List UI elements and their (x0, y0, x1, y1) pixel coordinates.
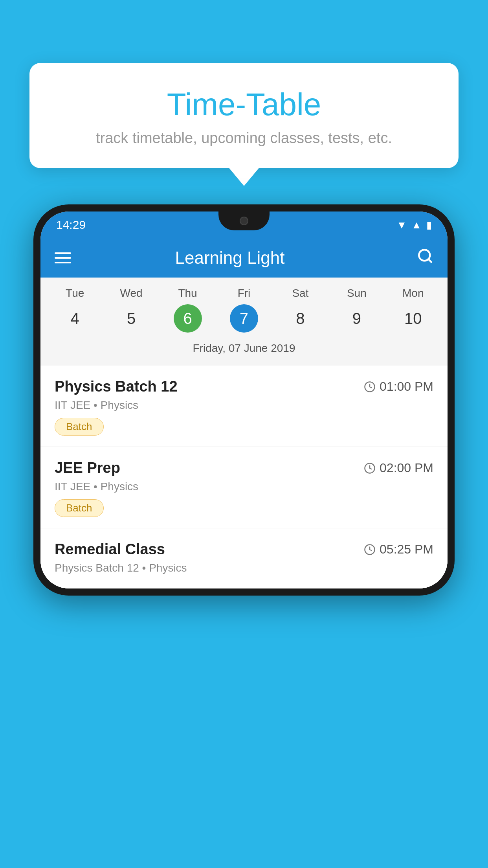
search-button[interactable] (417, 248, 433, 268)
item-subtitle: Physics Batch 12 • Physics (55, 562, 433, 574)
status-icons: ▼ ▲ ▮ (397, 219, 432, 231)
day-name: Sat (292, 287, 308, 300)
schedule-item[interactable]: JEE Prep02:00 PMIIT JEE • PhysicsBatch (40, 447, 448, 528)
item-title: Physics Batch 12 (55, 378, 178, 395)
day-number[interactable]: 8 (286, 304, 314, 333)
status-time: 14:29 (56, 218, 86, 232)
selected-date-label: Friday, 07 June 2019 (47, 339, 441, 359)
item-time: 02:00 PM (364, 461, 433, 475)
day-col-9[interactable]: Sun9 (328, 287, 385, 333)
time-text: 01:00 PM (380, 379, 433, 394)
day-name: Tue (66, 287, 84, 300)
item-time: 01:00 PM (364, 379, 433, 394)
battery-icon: ▮ (426, 219, 432, 231)
tooltip-subtitle: track timetable, upcoming classes, tests… (49, 130, 439, 147)
day-name: Thu (178, 287, 197, 300)
day-number[interactable]: 6 (174, 304, 202, 333)
batch-badge: Batch (55, 418, 104, 436)
app-bar: Learning Light (40, 238, 448, 278)
signal-icon: ▲ (411, 219, 422, 231)
app-title: Learning Light (55, 248, 405, 268)
item-header: Physics Batch 1201:00 PM (55, 378, 433, 395)
time-text: 02:00 PM (380, 461, 433, 475)
calendar-strip: Tue4Wed5Thu6Fri7Sat8Sun9Mon10 Friday, 07… (40, 278, 448, 366)
item-subtitle: IIT JEE • Physics (55, 399, 433, 412)
item-time: 05:25 PM (364, 542, 433, 557)
day-col-7[interactable]: Fri7 (216, 287, 272, 333)
day-number[interactable]: 4 (61, 304, 89, 333)
day-name: Sun (347, 287, 367, 300)
item-subtitle: IIT JEE • Physics (55, 480, 433, 493)
phone-inner: 14:29 ▼ ▲ ▮ Learning Light (40, 211, 448, 588)
day-name: Fri (238, 287, 251, 300)
day-name: Mon (402, 287, 424, 300)
item-title: Remedial Class (55, 541, 165, 558)
day-col-10[interactable]: Mon10 (385, 287, 441, 333)
item-header: Remedial Class05:25 PM (55, 541, 433, 558)
clock-icon (364, 544, 376, 555)
time-text: 05:25 PM (380, 542, 433, 557)
day-number[interactable]: 5 (117, 304, 145, 333)
tooltip-card: Time-Table track timetable, upcoming cla… (29, 63, 459, 168)
phone-mockup: 14:29 ▼ ▲ ▮ Learning Light (33, 204, 455, 868)
clock-icon (364, 381, 376, 393)
item-header: JEE Prep02:00 PM (55, 460, 433, 476)
status-bar: 14:29 ▼ ▲ ▮ (40, 211, 448, 238)
day-number[interactable]: 9 (343, 304, 371, 333)
day-col-8[interactable]: Sat8 (272, 287, 328, 333)
day-name: Wed (120, 287, 143, 300)
svg-line-1 (428, 259, 431, 262)
tooltip-title: Time-Table (49, 86, 439, 123)
batch-badge: Batch (55, 499, 104, 517)
camera (240, 217, 248, 225)
schedule-item[interactable]: Physics Batch 1201:00 PMIIT JEE • Physic… (40, 366, 448, 447)
wifi-icon: ▼ (397, 219, 407, 231)
phone-outer: 14:29 ▼ ▲ ▮ Learning Light (33, 204, 455, 596)
day-number[interactable]: 7 (230, 304, 258, 333)
notch (218, 211, 270, 230)
day-col-5[interactable]: Wed5 (103, 287, 159, 333)
schedule-list: Physics Batch 1201:00 PMIIT JEE • Physic… (40, 366, 448, 588)
day-col-4[interactable]: Tue4 (47, 287, 103, 333)
item-title: JEE Prep (55, 460, 120, 476)
day-col-6[interactable]: Thu6 (160, 287, 216, 333)
schedule-item[interactable]: Remedial Class05:25 PMPhysics Batch 12 •… (40, 528, 448, 588)
clock-icon (364, 462, 376, 474)
days-row: Tue4Wed5Thu6Fri7Sat8Sun9Mon10 (47, 287, 441, 333)
day-number[interactable]: 10 (399, 304, 427, 333)
